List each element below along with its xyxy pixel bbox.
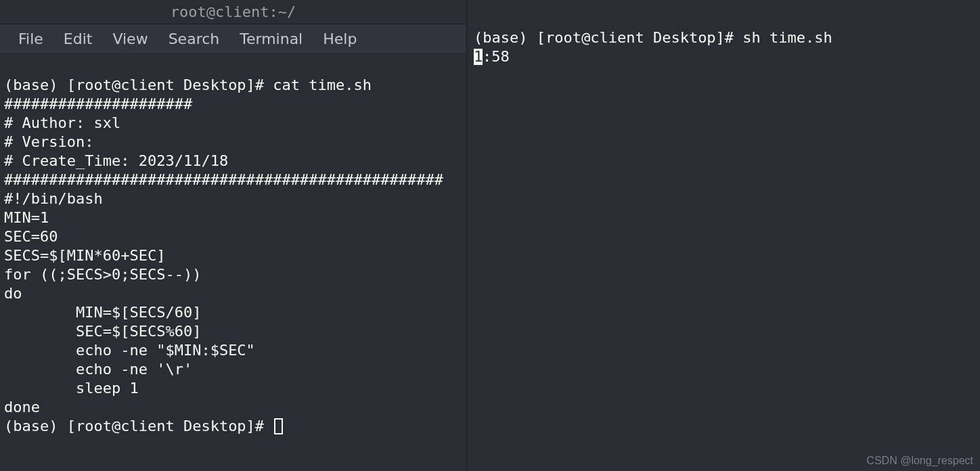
script-line: do xyxy=(4,285,22,302)
script-line: SEC=$[SECS%60] xyxy=(4,323,201,340)
prompt-line: (base) [root@client Desktop]# sh time.sh xyxy=(474,29,832,46)
menu-terminal[interactable]: Terminal xyxy=(229,28,313,50)
watermark-text: CSDN @long_respect xyxy=(866,455,973,467)
menu-file[interactable]: File xyxy=(8,28,53,50)
right-terminal-output[interactable]: (base) [root@client Desktop]# sh time.sh… xyxy=(467,0,980,70)
menu-search[interactable]: Search xyxy=(158,28,230,50)
script-line: MIN=1 xyxy=(4,209,49,226)
left-terminal-output[interactable]: (base) [root@client Desktop]# cat time.s… xyxy=(0,53,466,440)
script-line: ##################### xyxy=(4,95,192,112)
script-line: echo -ne '\r' xyxy=(4,361,192,378)
menu-bar: File Edit View Search Terminal Help xyxy=(0,24,466,53)
script-line: for ((;SECS>0;SECS--)) xyxy=(4,266,201,283)
output-text: :58 xyxy=(483,48,510,65)
script-line: # Create_Time: 2023/11/18 xyxy=(4,152,228,169)
script-line: # Version: xyxy=(4,133,93,150)
script-line: SECS=$[MIN*60+SEC] xyxy=(4,247,165,264)
prompt-line: (base) [root@client Desktop]# xyxy=(4,418,273,434)
script-line: SEC=60 xyxy=(4,228,58,245)
title-bar: root@client:~/ xyxy=(0,0,466,24)
window-title: root@client:~/ xyxy=(171,3,296,20)
right-terminal-window: (base) [root@client Desktop]# sh time.sh… xyxy=(467,0,980,471)
script-line: echo -ne "$MIN:$SEC" xyxy=(4,342,255,359)
menu-view[interactable]: View xyxy=(102,28,158,50)
cursor-icon xyxy=(274,418,283,434)
script-line: done xyxy=(4,399,40,416)
menu-edit[interactable]: Edit xyxy=(53,28,103,50)
left-terminal-window: root@client:~/ File Edit View Search Ter… xyxy=(0,0,467,471)
script-line: #!/bin/bash xyxy=(4,190,103,207)
cursor-icon: 1 xyxy=(474,49,483,65)
script-line: MIN=$[SECS/60] xyxy=(4,304,201,321)
script-line: sleep 1 xyxy=(4,380,139,397)
script-line: # Author: sxl xyxy=(4,114,120,131)
prompt-line: (base) [root@client Desktop]# cat time.s… xyxy=(4,76,372,93)
menu-help[interactable]: Help xyxy=(313,28,367,50)
script-line: ########################################… xyxy=(4,171,443,188)
